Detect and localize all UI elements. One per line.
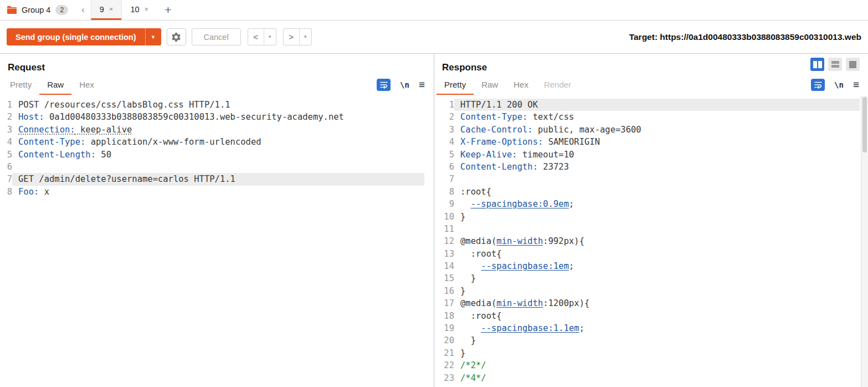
add-tab-button[interactable]: + <box>157 0 179 20</box>
word-wrap-icon[interactable] <box>377 79 391 91</box>
code-line-21[interactable]: 21} <box>434 347 868 359</box>
tab-group-4[interactable]: Group 4 2 <box>0 0 75 20</box>
scroll-tabs-left-button[interactable]: ‹ <box>75 0 91 20</box>
code-line-13[interactable]: 13 :root{ <box>434 248 868 260</box>
code-line-3[interactable]: 3Cache-Control: public, max-age=3600 <box>434 124 868 136</box>
request-editor[interactable]: 1POST /resources/css/labsBlog.css HTTP/1… <box>0 96 434 387</box>
code-line-15[interactable]: 15 } <box>434 272 868 284</box>
code-line-18[interactable]: 18 :root{ <box>434 310 868 322</box>
request-pane: Request PrettyRawHex \n ≡ 1POST /resourc… <box>0 54 434 387</box>
repeater-toolbar: Send group (single connection) ▼ Cancel … <box>0 21 868 54</box>
code-line-8[interactable]: 8:root{ <box>434 186 868 198</box>
line-number: 7 <box>0 173 12 185</box>
line-number: 3 <box>434 124 454 136</box>
code-line-1[interactable]: 1HTTP/1.1 200 OK <box>434 99 868 111</box>
code-line-14[interactable]: 14 --spacingbase:1em; <box>434 260 868 272</box>
code-line-4[interactable]: 4Content-Type: application/x-www-form-ur… <box>0 136 434 148</box>
line-number: 20 <box>434 334 454 347</box>
response-title: Response <box>442 62 860 73</box>
line-number: 4 <box>0 136 12 148</box>
show-newlines-icon[interactable]: \n <box>400 80 409 89</box>
layout-switcher <box>810 58 860 71</box>
code-line-17[interactable]: 17@media(min-width:1200px){ <box>434 297 868 309</box>
response-scrollbar[interactable] <box>861 96 868 387</box>
send-group-button[interactable]: Send group (single connection) <box>7 28 145 45</box>
code-line-9[interactable]: 9 --spacingbase:0.9em; <box>434 198 868 210</box>
close-tab-icon[interactable]: × <box>145 5 149 13</box>
layout-rows-button[interactable] <box>828 58 842 71</box>
code-line-2[interactable]: 2Host: 0a1d00480333b0388083859c00310013.… <box>0 111 434 123</box>
code-line-12[interactable]: 12@media(min-width:992px){ <box>434 235 868 247</box>
word-wrap-icon[interactable] <box>811 79 825 91</box>
code-line-11[interactable]: 11 <box>434 223 868 235</box>
code-line-10[interactable]: 10} <box>434 211 868 223</box>
code-line-16[interactable]: 16} <box>434 285 868 297</box>
line-number: 1 <box>0 99 12 111</box>
settings-button[interactable] <box>167 28 186 45</box>
cancel-button[interactable]: Cancel <box>192 28 241 45</box>
show-newlines-icon[interactable]: \n <box>834 80 844 89</box>
code-line-6[interactable]: 6Content-Length: 23723 <box>434 161 868 173</box>
line-number: 15 <box>434 272 454 284</box>
code-line-2[interactable]: 2Content-Type: text/css <box>434 111 868 123</box>
tab-raw[interactable]: Raw <box>39 74 71 95</box>
layout-columns-button[interactable] <box>810 58 824 71</box>
line-number: 10 <box>434 211 454 223</box>
gear-icon <box>171 32 182 43</box>
response-editor[interactable]: 1HTTP/1.1 200 OK2Content-Type: text/css3… <box>434 96 868 387</box>
code-line-4[interactable]: 4X-Frame-Options: SAMEORIGIN <box>434 136 868 148</box>
response-pane: Response PrettyRawHexRender \n ≡ 1HTTP/1… <box>434 54 868 387</box>
editor-menu-icon[interactable]: ≡ <box>419 79 425 91</box>
code-line-22[interactable]: 22/*2*/ <box>434 359 868 371</box>
plus-icon: + <box>165 3 171 17</box>
tab-render[interactable]: Render <box>536 74 579 95</box>
code-line-8[interactable]: 8Foo: x <box>0 186 434 198</box>
request-view-tabs: PrettyRawHex \n ≡ <box>0 73 434 96</box>
group-label: Group 4 <box>22 6 50 14</box>
line-number: 2 <box>0 111 12 123</box>
group-count-badge: 2 <box>55 5 68 15</box>
message-editor-split: Request PrettyRawHex \n ≡ 1POST /resourc… <box>0 54 868 387</box>
tab-9[interactable]: 9 × <box>91 0 122 20</box>
tab-raw[interactable]: Raw <box>474 74 506 95</box>
tab-pretty[interactable]: Pretty <box>2 74 39 95</box>
line-number: 21 <box>434 347 454 359</box>
code-line-3[interactable]: 3Connection: keep-alive <box>0 124 434 136</box>
tab-hex[interactable]: Hex <box>71 74 102 95</box>
close-tab-icon[interactable]: × <box>109 5 114 13</box>
send-options-dropdown[interactable]: ▼ <box>145 28 161 45</box>
back-history-dropdown[interactable]: ▼ <box>264 29 276 45</box>
code-line-7[interactable]: 7 <box>434 173 868 185</box>
layout-single-button[interactable] <box>846 58 860 71</box>
code-line-20[interactable]: 20 } <box>434 334 868 347</box>
request-title: Request <box>8 62 426 73</box>
forward-button[interactable]: > <box>284 29 300 45</box>
chevron-left-icon: ‹ <box>81 4 85 16</box>
repeater-tab-bar: Group 4 2 ‹ 9 × 10 × + <box>0 0 868 21</box>
line-number: 6 <box>0 161 12 173</box>
code-line-5[interactable]: 5Keep-Alive: timeout=10 <box>434 149 868 161</box>
code-line-7[interactable]: 7GET /admin/delete?username=carlos HTTP/… <box>0 173 434 185</box>
group-folder-icon <box>7 6 17 14</box>
line-number: 11 <box>434 223 454 235</box>
tab-pretty[interactable]: Pretty <box>436 74 474 95</box>
scrollbar-thumb[interactable] <box>862 97 867 152</box>
code-line-5[interactable]: 5Content-Length: 50 <box>0 149 434 161</box>
tab-10[interactable]: 10 × <box>121 0 157 20</box>
code-line-6[interactable]: 6 <box>0 161 434 173</box>
forward-history-dropdown[interactable]: ▼ <box>300 29 311 45</box>
line-number: 18 <box>434 310 454 322</box>
code-line-23[interactable]: 23/*4*/ <box>434 372 868 384</box>
line-number: 3 <box>0 124 12 136</box>
back-button[interactable]: < <box>248 29 264 45</box>
tab-hex[interactable]: Hex <box>506 74 536 95</box>
line-number: 6 <box>434 161 454 173</box>
editor-menu-icon[interactable]: ≡ <box>853 79 859 91</box>
line-number: 1 <box>434 99 454 111</box>
line-number: 13 <box>434 248 454 260</box>
code-line-19[interactable]: 19 --spacingbase:1.1em; <box>434 322 868 334</box>
code-line-1[interactable]: 1POST /resources/css/labsBlog.css HTTP/1… <box>0 99 434 111</box>
line-number: 14 <box>434 260 454 272</box>
response-view-tabs: PrettyRawHexRender \n ≡ <box>434 73 868 96</box>
chevron-down-icon: ▼ <box>151 34 156 40</box>
